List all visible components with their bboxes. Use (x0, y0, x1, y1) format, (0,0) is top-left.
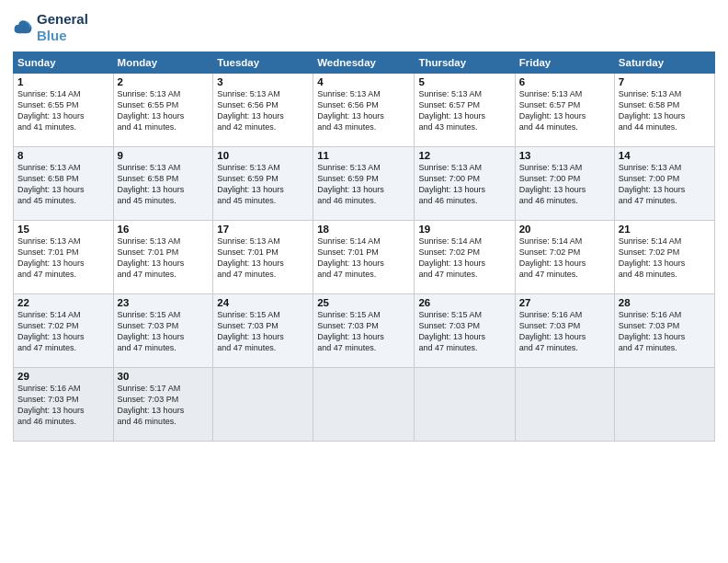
calendar-cell (313, 368, 415, 442)
calendar-cell: 28Sunrise: 5:16 AMSunset: 7:03 PMDayligh… (614, 294, 714, 368)
day-detail: Sunrise: 5:16 AMSunset: 7:03 PMDaylight:… (519, 309, 610, 354)
calendar-cell (515, 368, 614, 442)
col-sunday: Sunday (14, 52, 114, 74)
calendar-week-2: 8Sunrise: 5:13 AMSunset: 6:58 PMDaylight… (14, 147, 715, 221)
logo: General Blue (13, 11, 88, 44)
calendar-week-4: 22Sunrise: 5:14 AMSunset: 7:02 PMDayligh… (14, 294, 715, 368)
day-number: 11 (317, 150, 410, 161)
calendar-cell: 14Sunrise: 5:13 AMSunset: 7:00 PMDayligh… (614, 147, 714, 221)
calendar-cell: 11Sunrise: 5:13 AMSunset: 6:59 PMDayligh… (313, 147, 415, 221)
day-detail: Sunrise: 5:13 AMSunset: 6:58 PMDaylight:… (17, 162, 109, 207)
day-detail: Sunrise: 5:13 AMSunset: 6:58 PMDaylight:… (118, 162, 210, 207)
calendar-cell: 24Sunrise: 5:15 AMSunset: 7:03 PMDayligh… (213, 294, 313, 368)
calendar-cell: 29Sunrise: 5:16 AMSunset: 7:03 PMDayligh… (14, 368, 114, 442)
calendar-cell: 6Sunrise: 5:13 AMSunset: 6:57 PMDaylight… (515, 74, 614, 147)
calendar-cell: 15Sunrise: 5:13 AMSunset: 7:01 PMDayligh… (14, 221, 114, 294)
header: General Blue (13, 11, 715, 44)
day-detail: Sunrise: 5:13 AMSunset: 6:55 PMDaylight:… (118, 88, 210, 133)
day-number: 6 (519, 76, 610, 87)
calendar-cell (213, 368, 313, 442)
day-detail: Sunrise: 5:13 AMSunset: 6:56 PMDaylight:… (217, 88, 309, 133)
calendar-cell: 7Sunrise: 5:13 AMSunset: 6:58 PMDaylight… (614, 74, 714, 147)
day-number: 14 (619, 150, 711, 161)
calendar-cell (415, 368, 515, 442)
calendar-cell: 3Sunrise: 5:13 AMSunset: 6:56 PMDaylight… (213, 74, 313, 147)
calendar-week-5: 29Sunrise: 5:16 AMSunset: 7:03 PMDayligh… (14, 368, 715, 442)
day-detail: Sunrise: 5:13 AMSunset: 7:01 PMDaylight:… (17, 236, 109, 281)
col-tuesday: Tuesday (213, 52, 313, 74)
calendar-cell: 1Sunrise: 5:14 AMSunset: 6:55 PMDaylight… (14, 74, 114, 147)
calendar-cell: 13Sunrise: 5:13 AMSunset: 7:00 PMDayligh… (515, 147, 614, 221)
col-saturday: Saturday (614, 52, 714, 74)
day-detail: Sunrise: 5:13 AMSunset: 7:01 PMDaylight:… (118, 236, 210, 281)
day-number: 16 (118, 224, 210, 235)
calendar-cell: 4Sunrise: 5:13 AMSunset: 6:56 PMDaylight… (313, 74, 415, 147)
calendar-cell: 9Sunrise: 5:13 AMSunset: 6:58 PMDaylight… (113, 147, 213, 221)
calendar-week-3: 15Sunrise: 5:13 AMSunset: 7:01 PMDayligh… (14, 221, 715, 294)
calendar-table: Sunday Monday Tuesday Wednesday Thursday… (13, 52, 715, 442)
day-detail: Sunrise: 5:14 AMSunset: 7:02 PMDaylight:… (418, 236, 510, 281)
day-number: 4 (317, 76, 410, 87)
day-detail: Sunrise: 5:14 AMSunset: 7:02 PMDaylight:… (619, 236, 711, 281)
col-friday: Friday (515, 52, 614, 74)
calendar-cell: 16Sunrise: 5:13 AMSunset: 7:01 PMDayligh… (113, 221, 213, 294)
day-detail: Sunrise: 5:13 AMSunset: 6:57 PMDaylight:… (519, 88, 610, 133)
calendar-cell: 2Sunrise: 5:13 AMSunset: 6:55 PMDaylight… (113, 74, 213, 147)
calendar-cell: 12Sunrise: 5:13 AMSunset: 7:00 PMDayligh… (415, 147, 515, 221)
day-number: 27 (519, 297, 610, 308)
calendar-cell: 10Sunrise: 5:13 AMSunset: 6:59 PMDayligh… (213, 147, 313, 221)
day-number: 8 (17, 150, 109, 161)
day-detail: Sunrise: 5:14 AMSunset: 7:02 PMDaylight:… (17, 309, 109, 354)
col-wednesday: Wednesday (313, 52, 415, 74)
calendar-cell: 25Sunrise: 5:15 AMSunset: 7:03 PMDayligh… (313, 294, 415, 368)
day-number: 22 (17, 297, 109, 308)
day-number: 13 (519, 150, 610, 161)
day-number: 23 (118, 297, 210, 308)
day-detail: Sunrise: 5:14 AMSunset: 7:02 PMDaylight:… (519, 236, 610, 281)
day-detail: Sunrise: 5:15 AMSunset: 7:03 PMDaylight:… (217, 309, 309, 354)
day-number: 1 (17, 76, 109, 87)
calendar-cell: 26Sunrise: 5:15 AMSunset: 7:03 PMDayligh… (415, 294, 515, 368)
day-detail: Sunrise: 5:15 AMSunset: 7:03 PMDaylight:… (118, 309, 210, 354)
calendar-cell: 18Sunrise: 5:14 AMSunset: 7:01 PMDayligh… (313, 221, 415, 294)
day-number: 3 (217, 76, 309, 87)
day-number: 19 (418, 224, 510, 235)
day-detail: Sunrise: 5:13 AMSunset: 6:58 PMDaylight:… (619, 88, 711, 133)
day-detail: Sunrise: 5:13 AMSunset: 6:57 PMDaylight:… (418, 88, 510, 133)
calendar-header-row: Sunday Monday Tuesday Wednesday Thursday… (14, 52, 715, 74)
day-number: 24 (217, 297, 309, 308)
calendar-cell: 21Sunrise: 5:14 AMSunset: 7:02 PMDayligh… (614, 221, 714, 294)
day-detail: Sunrise: 5:13 AMSunset: 7:00 PMDaylight:… (619, 162, 711, 207)
day-detail: Sunrise: 5:14 AMSunset: 6:55 PMDaylight:… (17, 88, 109, 133)
calendar-cell: 27Sunrise: 5:16 AMSunset: 7:03 PMDayligh… (515, 294, 614, 368)
day-number: 10 (217, 150, 309, 161)
day-detail: Sunrise: 5:13 AMSunset: 6:56 PMDaylight:… (317, 88, 410, 133)
day-number: 25 (317, 297, 410, 308)
day-number: 7 (619, 76, 711, 87)
logo-text: General Blue (37, 11, 88, 44)
calendar-cell: 17Sunrise: 5:13 AMSunset: 7:01 PMDayligh… (213, 221, 313, 294)
day-detail: Sunrise: 5:14 AMSunset: 7:01 PMDaylight:… (317, 236, 410, 281)
day-detail: Sunrise: 5:17 AMSunset: 7:03 PMDaylight:… (118, 383, 210, 428)
day-detail: Sunrise: 5:13 AMSunset: 7:00 PMDaylight:… (418, 162, 510, 207)
day-number: 18 (317, 224, 410, 235)
day-number: 21 (619, 224, 711, 235)
day-number: 20 (519, 224, 610, 235)
calendar-cell: 30Sunrise: 5:17 AMSunset: 7:03 PMDayligh… (113, 368, 213, 442)
calendar-cell (614, 368, 714, 442)
page: General Blue Sunday Monday Tuesday Wedne… (0, 0, 728, 563)
calendar-cell: 20Sunrise: 5:14 AMSunset: 7:02 PMDayligh… (515, 221, 614, 294)
day-number: 26 (418, 297, 510, 308)
logo-icon (13, 17, 33, 38)
calendar-cell: 22Sunrise: 5:14 AMSunset: 7:02 PMDayligh… (14, 294, 114, 368)
day-number: 2 (118, 76, 210, 87)
day-number: 15 (17, 224, 109, 235)
calendar-cell: 23Sunrise: 5:15 AMSunset: 7:03 PMDayligh… (113, 294, 213, 368)
day-number: 9 (118, 150, 210, 161)
day-detail: Sunrise: 5:16 AMSunset: 7:03 PMDaylight:… (619, 309, 711, 354)
calendar-cell: 5Sunrise: 5:13 AMSunset: 6:57 PMDaylight… (415, 74, 515, 147)
col-monday: Monday (113, 52, 213, 74)
day-detail: Sunrise: 5:13 AMSunset: 7:01 PMDaylight:… (217, 236, 309, 281)
day-detail: Sunrise: 5:13 AMSunset: 6:59 PMDaylight:… (317, 162, 410, 207)
col-thursday: Thursday (415, 52, 515, 74)
